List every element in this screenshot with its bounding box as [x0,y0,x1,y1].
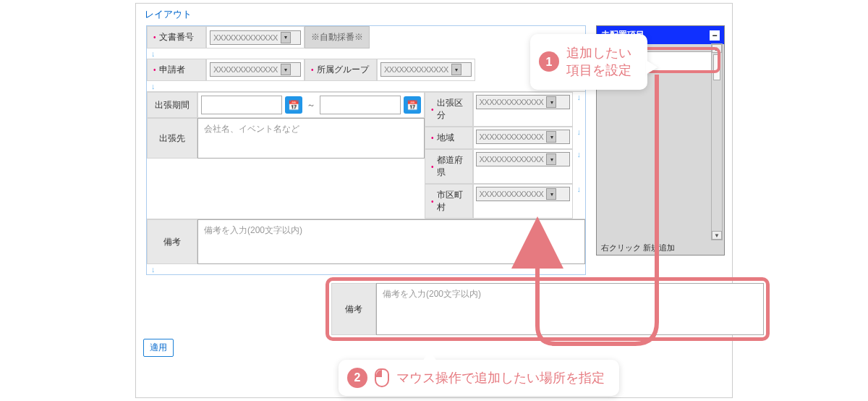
calendar-icon[interactable]: 📅 [285,96,302,114]
dragging-field-preview[interactable]: 備考 備考を入力(200文字以内) [331,283,764,335]
select-city[interactable]: XXXXXXXXXXXXX▾ [476,187,570,201]
label-city[interactable]: 市区町村 [437,189,467,214]
float-textarea: 備考を入力(200文字以内) [376,283,764,335]
drop-indicator: ↓ [147,48,585,59]
collapse-icon[interactable]: − [710,30,720,41]
label-remarks[interactable]: 備考 [147,219,197,264]
label-applicant[interactable]: •申請者 [147,59,206,81]
callout-step-1: 1 追加したい 項目を設定 [530,34,647,90]
date-to-input[interactable] [320,96,401,114]
calendar-icon[interactable]: 📅 [404,96,421,114]
textarea-destination[interactable]: 会社名、イベント名など [197,118,425,159]
label-region[interactable]: 地域 [437,132,454,144]
auto-number-toggle[interactable]: ※自動採番※ [305,26,370,48]
panel-title: レイアウト [136,4,732,25]
unplaced-footer-hint: 右クリック 新規追加 [601,242,675,253]
layout-panel: レイアウト •文書番号 XXXXXXXXXXXXX▾ ※自動採番※ ↓ •申請者… [135,3,733,398]
callout-step-2: 2 マウス操作で追加したい場所を指定 [339,360,619,396]
scrollbar-thumb[interactable] [713,54,720,80]
layout-editor[interactable]: •文書番号 XXXXXXXXXXXXX▾ ※自動採番※ ↓ •申請者 XXXXX… [146,25,586,275]
badge-1: 1 [539,51,559,72]
select-group[interactable]: XXXXXXXXXXXXX▾ [380,62,472,77]
scrollbar[interactable]: ▲ ▼ [711,43,723,240]
label-group[interactable]: •所属グループ [305,59,377,81]
select-class[interactable]: XXXXXXXXXXXXX▾ [476,95,570,109]
drop-indicator: ↓ [147,81,585,91]
select-pref[interactable]: XXXXXXXXXXXXX▾ [476,152,570,166]
apply-button[interactable]: 適用 [143,339,174,357]
select-doc-no[interactable]: XXXXXXXXXXXXX▾ [210,30,301,45]
label-destination[interactable]: 出張先 [147,118,197,159]
mouse-icon [375,368,389,387]
date-from-input[interactable] [201,96,282,114]
float-label: 備考 [331,283,376,335]
select-applicant[interactable]: XXXXXXXXXXXXX▾ [210,62,301,77]
select-region[interactable]: XXXXXXXXXXXXX▾ [476,130,570,144]
label-pref[interactable]: 都道府県 [437,154,467,179]
chevron-down-icon: ▾ [281,64,291,75]
label-class[interactable]: 出張区分 [437,97,467,122]
label-doc-no[interactable]: •文書番号 [147,26,206,48]
chevron-down-icon: ▾ [281,32,291,43]
cell-doc-no: XXXXXXXXXXXXX▾ [206,26,305,48]
badge-2: 2 [347,368,367,388]
label-period[interactable]: 出張期間 [147,92,197,118]
chevron-down-icon: ▾ [451,64,461,75]
textarea-remarks[interactable]: 備考を入力(200文字以内) [197,219,585,264]
drop-indicator: ↓ [147,264,585,274]
